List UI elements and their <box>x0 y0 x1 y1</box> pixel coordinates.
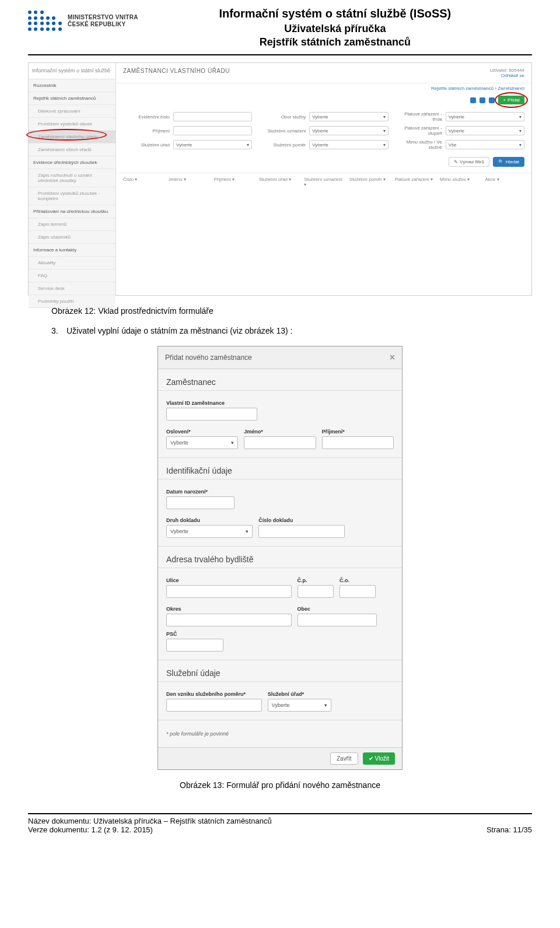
check-icon: ✔ <box>369 755 373 762</box>
sidebar-item[interactable]: Dávkové zpracování <box>29 105 116 118</box>
table-column[interactable]: Jméno ▾ <box>169 177 208 187</box>
select-trida[interactable]: Vyberte▾ <box>446 112 524 121</box>
chevron-down-icon: ▾ <box>519 128 522 134</box>
input-prijmeni[interactable] <box>173 126 252 135</box>
ministry-logo: MINISTERSTVO VNITRA ČESKÉ REPUBLIKY <box>28 10 138 31</box>
section-employee: Zaměstnanec <box>158 369 402 391</box>
clear-filters-button[interactable]: ✎Výmaz filtrů <box>449 157 489 167</box>
sidebar-item[interactable]: Aktuality <box>29 257 116 269</box>
select-oznaceni[interactable]: Vyberte▾ <box>309 126 388 135</box>
chevron-down-icon: ▾ <box>324 702 327 708</box>
table-column[interactable]: Platové zařazení ▾ <box>394 177 434 187</box>
table-column[interactable]: Služební úřad ▾ <box>259 177 299 187</box>
label-sluz-urad: Služební úřad* <box>268 691 331 697</box>
sidebar-item[interactable]: Rejstřík státních zaměstnanců <box>29 92 116 105</box>
section-address: Adresa trvalého bydliště <box>158 547 402 568</box>
close-icon[interactable]: × <box>390 352 395 363</box>
export-icon-2[interactable] <box>480 97 485 103</box>
chevron-down-icon: ▾ <box>246 528 249 534</box>
sidebar-item[interactable]: Zaměstnanci všech úřadů <box>29 143 116 156</box>
eraser-icon: ✎ <box>454 159 458 164</box>
table-column[interactable]: Příjmení ▾ <box>214 177 253 187</box>
main-title: ZAMĚSTNANCI VLASTNÍHO ÚŘADU <box>123 68 230 78</box>
label-druh-dokladu: Druh dokladu <box>166 517 253 523</box>
table-column[interactable]: Akce ▾ <box>485 177 525 187</box>
select-druh-dokladu[interactable]: Vyberte▾ <box>166 525 253 538</box>
sidebar-item[interactable]: Service desk <box>29 282 116 295</box>
search-button[interactable]: 🔍Hledat <box>493 157 524 167</box>
input-cislo-dokladu[interactable] <box>258 525 345 538</box>
select-urad[interactable]: Vyberte▾ <box>173 140 252 149</box>
breadcrumb[interactable]: Rejstřík státních zaměstnanců › Zaměstna… <box>431 86 524 91</box>
save-button[interactable]: ✔Vložit <box>363 752 395 765</box>
sidebar-item[interactable]: Rozcestník <box>29 79 116 92</box>
select-pomer[interactable]: Vyberte▾ <box>309 140 388 149</box>
select-osloveni[interactable]: Vyberte▾ <box>166 436 238 449</box>
app-brand: Informační systém o státní službě <box>29 63 116 79</box>
input-den-vzniku[interactable] <box>166 699 262 712</box>
input-datum-nar[interactable] <box>166 496 235 509</box>
table-column[interactable]: Služební označení ▾ <box>304 177 344 187</box>
input-jmeno[interactable] <box>244 436 316 449</box>
chevron-down-icon: ▾ <box>247 142 249 148</box>
sidebar-item[interactable]: Informace a kontakty <box>29 244 116 257</box>
select-stupen[interactable]: Vyberte▾ <box>446 126 524 135</box>
sidebar-item[interactable]: Zápis rozhodnutí o uznání úřednické zkou… <box>29 169 116 187</box>
select-sluz-urad[interactable]: Vyberte▾ <box>268 699 331 712</box>
sidebar-item[interactable]: Zápis účastníků <box>29 231 116 244</box>
select-obor[interactable]: Vyberte▾ <box>309 112 388 121</box>
label-okres: Okres <box>166 606 292 612</box>
label-den-vzniku: Den vzniku služebního poměru* <box>166 691 262 697</box>
add-button[interactable]: + Přidat <box>498 96 524 104</box>
input-cp[interactable] <box>298 585 334 598</box>
label-co: Č.o. <box>340 577 376 583</box>
logout-link[interactable]: Odhlásit se <box>501 73 524 78</box>
label-ulice: Ulice <box>166 577 292 583</box>
logo-line2: ČESKÉ REPUBLIKY <box>68 21 138 28</box>
sidebar-item[interactable]: Přihlašování na úřednickou zkoušku <box>29 205 116 218</box>
section-ident: Identifikační údaje <box>158 458 402 479</box>
header-rule <box>28 54 532 55</box>
sidebar: Informační systém o státní službě Rozces… <box>29 63 116 295</box>
label-cislo-dokladu: Číslo dokladu <box>258 517 345 523</box>
page-header: MINISTERSTVO VNITRA ČESKÉ REPUBLIKY Info… <box>28 0 532 50</box>
add-button-label: Přidat <box>508 97 520 103</box>
label-psc: PSČ <box>166 631 223 637</box>
export-icon[interactable] <box>470 97 476 103</box>
sidebar-item[interactable]: Prohlížení výsledků dávek <box>29 118 116 131</box>
screenshot-add-employee-dialog: Přidat nového zaměstnance × Zaměstnanec … <box>158 346 402 770</box>
step-3-text: 3.Uživatel vyplní údaje o státním za měs… <box>28 326 532 335</box>
table-column[interactable]: Číslo ▾ <box>123 177 163 187</box>
label-jmeno: Jméno* <box>244 429 316 435</box>
sidebar-item[interactable]: Podmínky použití <box>29 295 116 308</box>
sidebar-item[interactable]: Zaměstnanci vlastního úřadu <box>29 131 116 143</box>
label-cp: Č.p. <box>298 577 334 583</box>
sidebar-item[interactable]: Zápis termínů <box>29 218 116 231</box>
step-number: 3. <box>51 326 66 335</box>
input-psc[interactable] <box>166 639 223 652</box>
footer-name-value: Uživatelská příručka – Rejstřík státních… <box>93 817 272 825</box>
input-co[interactable] <box>340 585 376 598</box>
table-column[interactable]: Mimo službu ▾ <box>440 177 480 187</box>
doc-title-1: Informační systém o státní službě (ISoSS… <box>138 7 532 20</box>
input-ulice[interactable] <box>166 585 292 598</box>
input-vlastni-id[interactable] <box>166 408 257 421</box>
filter-label: Platové zařazení - stupeň <box>396 125 442 136</box>
table-column[interactable]: Služební poměr ▾ <box>349 177 389 187</box>
sidebar-item[interactable]: Evidence úřednických zkoušek <box>29 156 116 169</box>
sidebar-item[interactable]: FAQ <box>29 269 116 282</box>
select-mimo[interactable]: Vše▾ <box>446 140 524 149</box>
search-icon: 🔍 <box>498 159 504 164</box>
input-evidencni[interactable] <box>173 112 252 121</box>
input-obec[interactable] <box>298 614 377 626</box>
export-icon-3[interactable] <box>489 97 495 103</box>
doc-title-2: Uživatelská příručka <box>138 23 532 35</box>
footer-ver-value: 1.2 (z 9. 12. 2015) <box>91 825 153 834</box>
close-button[interactable]: Zavřít <box>330 752 358 765</box>
input-okres[interactable] <box>166 614 292 626</box>
dot-logo-icon <box>28 10 63 31</box>
filter-label: Služební poměr <box>259 142 306 148</box>
sidebar-item[interactable]: Prohlížení výsledků zkoušek - kompletní <box>29 187 116 205</box>
input-prijmeni[interactable] <box>322 436 394 449</box>
label-obec: Obec <box>298 606 377 612</box>
